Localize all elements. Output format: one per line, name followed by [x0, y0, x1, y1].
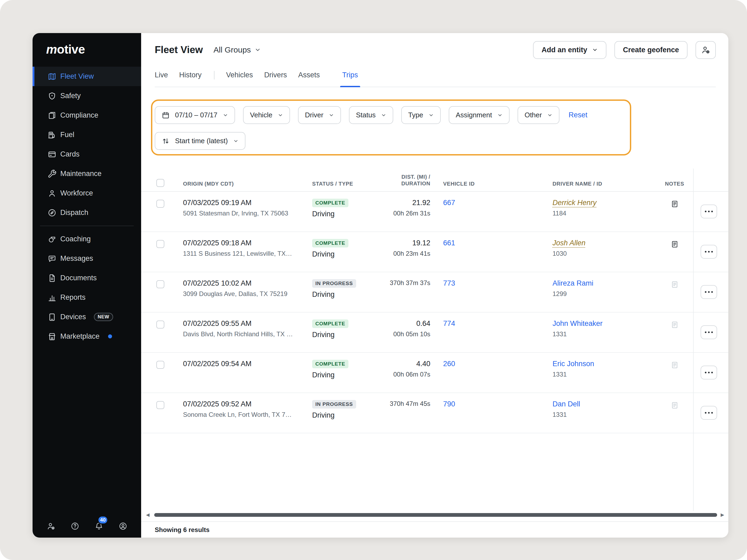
type-filter[interactable]: Type: [401, 106, 441, 124]
create-geofence-button[interactable]: Create geofence: [614, 41, 688, 59]
row-actions-button[interactable]: [701, 366, 717, 379]
row-actions-button[interactable]: [701, 245, 717, 259]
sidebar-item-coaching[interactable]: Coaching: [32, 229, 141, 249]
sidebar-item-label: Maintenance: [60, 169, 102, 178]
row-actions-button[interactable]: [701, 325, 717, 339]
row-checkbox[interactable]: [156, 321, 164, 328]
tab-trips[interactable]: Trips: [342, 71, 358, 87]
user-admin-button[interactable]: [696, 41, 716, 59]
date-range-filter[interactable]: 07/10 – 07/17: [155, 106, 235, 124]
tab-live[interactable]: Live: [155, 71, 168, 87]
status-badge: IN PROGRESS: [312, 400, 356, 408]
scrollbar-thumb[interactable]: [154, 513, 717, 517]
chevron-down-icon: [497, 112, 503, 118]
tab-vehicles[interactable]: Vehicles: [226, 71, 253, 87]
row-checkbox[interactable]: [156, 401, 164, 409]
sidebar-item-fuel[interactable]: Fuel: [32, 125, 141, 144]
vehicle-id-link[interactable]: 661: [443, 239, 455, 247]
admin-settings-button[interactable]: [46, 522, 55, 531]
select-all-checkbox[interactable]: [156, 179, 164, 187]
vehicle-id-link[interactable]: 774: [443, 319, 455, 327]
assignment-filter[interactable]: Assignment: [449, 106, 510, 124]
driver-id: 1331: [552, 330, 656, 338]
other-filter[interactable]: Other: [518, 106, 560, 124]
add-entity-button[interactable]: Add an entity: [533, 41, 607, 59]
row-actions-button[interactable]: [701, 285, 717, 299]
scroll-left-arrow[interactable]: ◄: [145, 511, 151, 519]
tab-drivers[interactable]: Drivers: [264, 71, 287, 87]
row-checkbox[interactable]: [156, 280, 164, 288]
driver-name-link[interactable]: Eric Johnson: [552, 360, 594, 368]
app-window: motive Fleet View Safety Compliance Fuel…: [32, 33, 728, 538]
note-icon: [671, 361, 679, 370]
sidebar-item-messages[interactable]: Messages: [32, 249, 141, 268]
help-button[interactable]: [71, 522, 79, 531]
sidebar-item-marketplace[interactable]: Marketplace: [32, 327, 141, 346]
sidebar-item-reports[interactable]: Reports: [32, 288, 141, 307]
note-icon[interactable]: [671, 200, 679, 209]
driver-name-link[interactable]: Josh Allen: [552, 239, 586, 247]
sidebar-item-safety[interactable]: Safety: [32, 86, 141, 106]
status-filter[interactable]: Status: [349, 106, 393, 124]
sort-selector[interactable]: Start time (latest): [155, 132, 246, 150]
status-filter-label: Status: [356, 111, 376, 119]
scroll-right-arrow[interactable]: ►: [720, 511, 725, 519]
trip-address: 5091 Statesman Dr, Irving, TX 75063: [183, 210, 312, 217]
sidebar-footer: 40: [32, 522, 141, 531]
driver-name-link[interactable]: Alireza Rami: [552, 279, 593, 288]
vehicle-id-link[interactable]: 667: [443, 199, 455, 207]
chevron-down-icon: [381, 112, 386, 118]
driver-filter[interactable]: Driver: [298, 106, 341, 124]
account-button[interactable]: [119, 522, 128, 531]
page-title: Fleet View: [155, 44, 203, 55]
tab-divider: [214, 71, 214, 79]
sidebar-item-maintenance[interactable]: Maintenance: [32, 164, 141, 184]
sidebar-item-fleet-view[interactable]: Fleet View: [32, 67, 141, 86]
storefront-icon: [48, 332, 56, 341]
trip-distance: 4.40: [387, 360, 430, 368]
sidebar-nav: Fleet View Safety Compliance Fuel Cards …: [32, 67, 141, 346]
sidebar-item-label: Devices: [60, 313, 86, 321]
sidebar-item-label: Fuel: [60, 131, 74, 139]
sidebar-item-label: Messages: [60, 255, 93, 263]
vehicle-filter[interactable]: Vehicle: [243, 106, 290, 124]
person-gear-icon: [46, 522, 55, 531]
tab-assets[interactable]: Assets: [298, 71, 320, 87]
vehicle-id-link[interactable]: 773: [443, 279, 455, 287]
row-checkbox[interactable]: [156, 240, 164, 248]
note-icon[interactable]: [671, 240, 679, 249]
date-range-label: 07/10 – 07/17: [175, 111, 217, 119]
group-selector-label: All Groups: [213, 45, 251, 54]
row-checkbox[interactable]: [156, 361, 164, 369]
chevron-down-icon: [278, 112, 283, 118]
driver-id: 1299: [552, 290, 656, 298]
reset-filters-link[interactable]: Reset: [568, 111, 588, 119]
driver-name-link[interactable]: Dan Dell: [552, 400, 580, 408]
notification-dot: [108, 335, 112, 339]
trip-datetime: 07/02/2025 09:52 AM: [183, 400, 312, 408]
document-icon: [48, 274, 56, 283]
tab-history[interactable]: History: [179, 71, 202, 87]
row-actions-button[interactable]: [701, 205, 717, 218]
sidebar-item-workforce[interactable]: Workforce: [32, 184, 141, 203]
row-actions-button[interactable]: [701, 406, 717, 420]
sidebar-item-label: Compliance: [60, 111, 99, 119]
vehicle-id-link[interactable]: 790: [443, 400, 455, 408]
driver-name-link[interactable]: John Whiteaker: [552, 319, 603, 328]
sidebar-item-devices[interactable]: Devices NEW: [32, 307, 141, 327]
driver-name-link[interactable]: Derrick Henry: [552, 199, 596, 207]
desktop-background: motive Fleet View Safety Compliance Fuel…: [0, 0, 747, 560]
sidebar-item-documents[interactable]: Documents: [32, 268, 141, 288]
horizontal-scrollbar: ◄ ►: [141, 511, 728, 519]
group-selector[interactable]: All Groups: [213, 45, 261, 54]
row-checkbox[interactable]: [156, 200, 164, 208]
sidebar-item-dispatch[interactable]: Dispatch: [32, 203, 141, 222]
sidebar-item-compliance[interactable]: Compliance: [32, 106, 141, 125]
notifications-button[interactable]: 40: [95, 522, 104, 531]
sidebar-item-cards[interactable]: Cards: [32, 144, 141, 164]
add-entity-label: Add an entity: [542, 46, 587, 54]
wrench-icon: [48, 169, 56, 179]
vehicle-id-link[interactable]: 260: [443, 360, 455, 368]
note-icon: [671, 401, 679, 411]
assignment-filter-label: Assignment: [456, 111, 492, 119]
